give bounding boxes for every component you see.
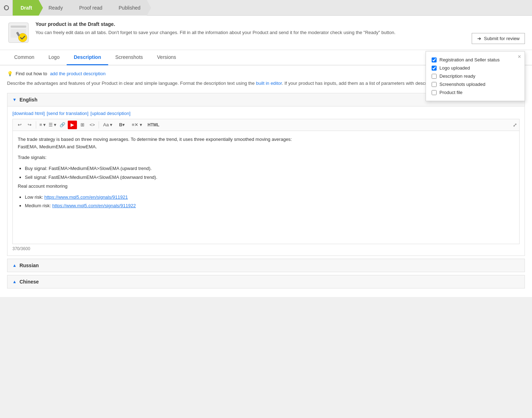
tab-logo[interactable]: Logo [41,50,67,65]
section-label-chinese: Chinese [20,279,39,285]
info-text-block: Your product is at the Draft stage. You … [35,21,525,36]
editor-area[interactable]: The trade strategy is based on three mov… [12,131,520,244]
tab-versions[interactable]: Versions [150,50,183,65]
checklist-item: Logo uploaded [432,64,519,72]
breadcrumb-step-proof-read[interactable]: Proof read [69,0,109,16]
checklist-checkbox[interactable] [432,57,437,62]
refresh-button[interactable] [0,0,13,16]
char-count: 370/3600 [12,246,520,251]
section-arrow-russian: ▲ [12,263,17,268]
checklist-label: Registration and Seller status [439,57,500,62]
video-button[interactable]: ▶ [68,121,77,129]
editor-link-inline[interactable]: built in editor [256,81,282,86]
list2-button[interactable]: ☰ ▾ [48,121,57,129]
redo-button[interactable]: ↪ [25,121,34,129]
banner-desc: You can freely edit data on all tabs. Do… [35,29,525,36]
checklist-item: Registration and Seller status [432,56,519,64]
expand-editor-button[interactable]: ⤢ [513,122,517,128]
editor-link-sendfortranslation[interactable]: [send for translation] [47,111,90,116]
bold-button[interactable]: B ▾ [116,121,128,129]
section-body-english: [download html] [send for translation] [… [7,106,525,255]
checklist-label: Product file [439,90,462,95]
banner-title: Your product is at the Draft stage. [35,21,525,27]
submit-label: Submit for review [484,36,520,41]
breadcrumb-steps: DraftReadyProof readPublished [13,0,147,16]
svg-rect-1 [11,26,26,28]
link-button[interactable]: 🔗 [58,121,67,129]
checklist-checkbox[interactable] [432,66,437,71]
checklist-checkbox[interactable] [432,90,437,95]
clear-format-button[interactable]: ≡✕ ▾ [129,121,145,129]
toolbar-separator-1 [36,121,36,128]
tab-common[interactable]: Common [7,50,41,65]
table-button[interactable]: ⊞ [78,121,87,129]
checklist-item: Screenshots uploaded [432,80,519,88]
checklist-dropdown: × Registration and Seller statusLogo upl… [426,51,525,101]
tab-screenshots[interactable]: Screenshots [108,50,150,65]
submit-review-button[interactable]: Submit for review [472,33,525,44]
hint-text: Find out how to [16,71,47,76]
checklist-label: Logo uploaded [439,65,470,71]
editor-links: [download html] [send for translation] [… [12,111,520,116]
sections-container: ▼ English[download html] [send for trans… [7,93,525,288]
checklist-label: Description ready [439,73,475,79]
breadcrumb-step-draft[interactable]: Draft [13,0,39,16]
section-chinese: ▲ Chinese [7,275,525,288]
breadcrumb-bar: DraftReadyProof readPublished [0,0,532,16]
html-button[interactable]: HTML [145,121,161,129]
info-banner: Your product is at the Draft stage. You … [0,16,532,50]
toolbar-separator-2 [99,121,99,128]
list-button[interactable]: ≡ ▾ [38,121,47,129]
section-russian: ▲ Russian [7,259,525,272]
editor-link-uploaddescription[interactable]: [upload description] [90,111,131,116]
checklist-checkbox[interactable] [432,74,437,79]
checklist-checkbox[interactable] [432,82,437,87]
section-arrow-english: ▼ [12,97,17,102]
tab-description[interactable]: Description [67,50,108,65]
checklist-items: Registration and Seller statusLogo uploa… [432,56,519,97]
svg-point-3 [18,33,27,42]
close-dropdown-button[interactable]: × [518,54,521,60]
hint-icon: 💡 [7,71,13,76]
section-arrow-chinese: ▲ [12,279,17,284]
editor-toolbar: ↩↪≡ ▾☰ ▾🔗▶⊞<>Aa ▾B ▾≡✕ ▾HTML⤢ [12,119,520,131]
section-label-english: English [20,97,38,103]
submit-icon [477,36,482,41]
font-size-button[interactable]: Aa ▾ [101,121,115,129]
section-header-russian[interactable]: ▲ Russian [7,259,525,272]
product-icon [7,21,30,44]
section-header-chinese[interactable]: ▲ Chinese [7,275,525,288]
breadcrumb-step-published[interactable]: Published [109,0,147,16]
checklist-item: Description ready [432,72,519,80]
checklist-label: Screenshots uploaded [439,82,485,87]
section-english: ▼ English[download html] [send for trans… [7,93,525,256]
hint-link[interactable]: add the product description [50,71,106,76]
checklist-item: Product file [432,88,519,97]
section-label-russian: Russian [20,263,39,268]
code-button[interactable]: <> [88,121,97,129]
editor-link-downloadhtml[interactable]: [download html] [12,111,46,116]
undo-button[interactable]: ↩ [15,121,24,129]
breadcrumb-step-ready[interactable]: Ready [39,0,69,16]
